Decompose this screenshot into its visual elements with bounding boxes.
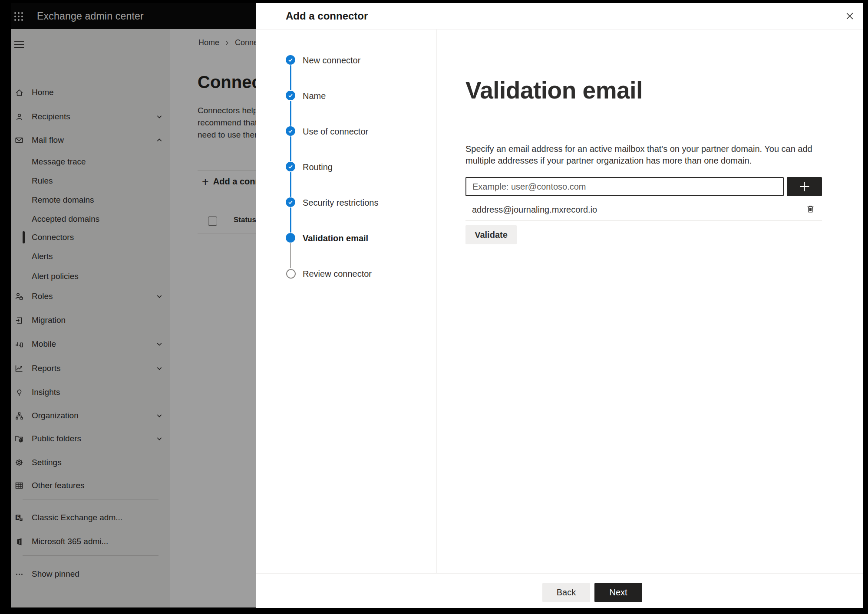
divider — [465, 220, 822, 221]
back-button[interactable]: Back — [542, 583, 590, 602]
step-label-review-connector[interactable]: Review connector — [303, 269, 372, 279]
step-circle-active[interactable] — [286, 233, 295, 243]
dialog-footer: Back Next — [256, 573, 863, 608]
step-connector-line — [290, 172, 291, 197]
step-connector-line — [290, 65, 291, 90]
wizard-stepper: New connector Name Use of connector Rout… — [256, 30, 437, 573]
step-circle-completed[interactable] — [286, 197, 295, 207]
close-icon[interactable] — [843, 10, 856, 23]
step-label-use-of-connector[interactable]: Use of connector — [303, 127, 368, 137]
validate-button[interactable]: Validate — [465, 225, 517, 244]
step-circle-pending[interactable] — [286, 269, 296, 279]
step-circle-completed[interactable] — [286, 126, 295, 136]
panel-heading: Validation email — [465, 76, 643, 104]
validation-email-panel: Validation email Specify an email addres… — [436, 30, 863, 573]
step-circle-completed[interactable] — [286, 162, 295, 171]
panel-description: Specify an email address for an active m… — [465, 143, 812, 167]
step-label-routing[interactable]: Routing — [303, 162, 333, 172]
validation-address-item: address@journaling.mxrecord.io — [472, 205, 597, 215]
next-button[interactable]: Next — [594, 583, 642, 602]
step-connector-line — [290, 207, 291, 233]
step-label-validation-email[interactable]: Validation email — [303, 233, 368, 243]
step-label-security-restrictions[interactable]: Security restrictions — [303, 198, 379, 208]
email-address-input[interactable] — [465, 177, 784, 196]
step-circle-completed[interactable] — [286, 91, 295, 100]
plus-icon — [799, 181, 810, 192]
dialog-title: Add a connector — [286, 3, 368, 29]
add-address-button[interactable] — [787, 177, 822, 196]
step-connector-line — [290, 101, 291, 126]
dialog-header: Add a connector — [256, 3, 863, 30]
add-connector-dialog: Add a connector New connector Name Use o… — [256, 3, 863, 607]
step-circle-completed[interactable] — [286, 55, 295, 65]
step-label-name[interactable]: Name — [303, 91, 326, 101]
step-connector-line — [290, 243, 291, 268]
step-connector-line — [290, 136, 291, 161]
step-label-new-connector[interactable]: New connector — [303, 56, 360, 66]
delete-address-trash-icon[interactable] — [804, 202, 817, 215]
